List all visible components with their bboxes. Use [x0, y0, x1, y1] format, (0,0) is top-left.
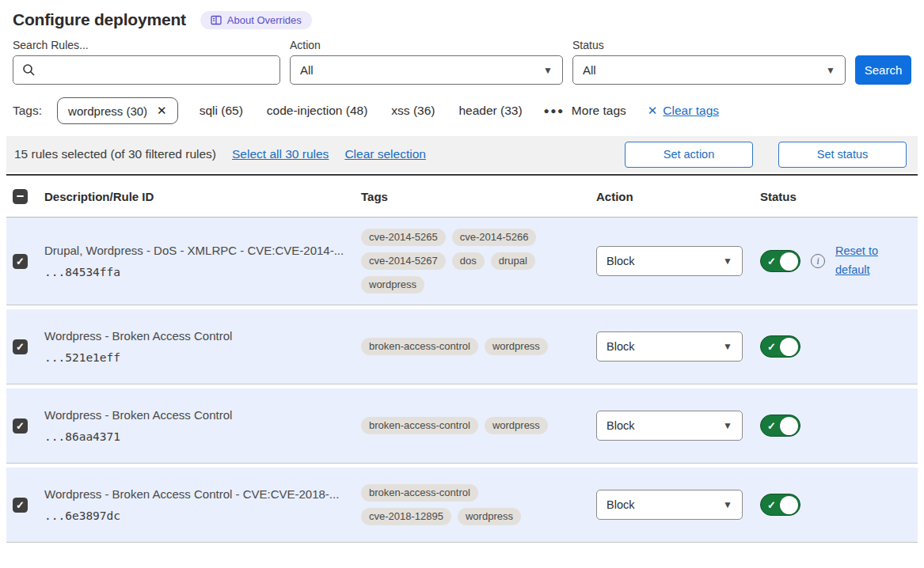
rule-tags: broken-access-controlwordpress: [361, 417, 561, 434]
check-icon: ✓: [16, 256, 25, 267]
clear-selection-link[interactable]: Clear selection: [344, 147, 426, 161]
filter-bar: Search Rules... Action All ▼ Status All …: [0, 32, 924, 85]
rule-description: Wordpress - Broken Access Control: [44, 329, 348, 343]
tags-bar: Tags: wordpress (30) ✕ sqli (65)code-inj…: [0, 85, 924, 134]
rule-description: Wordpress - Broken Access Control: [44, 408, 348, 422]
about-overrides-badge[interactable]: About Overrides: [200, 11, 312, 29]
tag-filter-list: sqli (65)code-injection (48)xss (36)head…: [200, 104, 523, 118]
toggle-check-icon: ✓: [767, 420, 776, 432]
more-tags-label: More tags: [572, 104, 626, 118]
action-select[interactable]: Block ▼: [596, 246, 743, 276]
status-toggle[interactable]: ✓: [760, 250, 800, 272]
book-icon: [211, 15, 222, 25]
tag-filter[interactable]: sqli (65): [200, 104, 243, 118]
rule-tag: broken-access-control: [361, 338, 478, 355]
action-value: Block: [606, 255, 634, 267]
rule-description: Wordpress - Broken Access Control - CVE:…: [44, 487, 348, 501]
remove-tag-icon[interactable]: ✕: [157, 104, 167, 118]
row-checkbox[interactable]: ✓: [13, 418, 28, 434]
search-rules-input[interactable]: [13, 56, 279, 84]
ellipsis-icon: ●●●: [544, 105, 565, 116]
status-filter-value: All: [583, 63, 596, 77]
rules-table: Description/Rule ID Tags Action Status ✓…: [6, 174, 918, 543]
search-field-wrap: [13, 55, 280, 85]
select-all-checkbox[interactable]: [13, 189, 28, 204]
status-toggle[interactable]: ✓: [760, 494, 800, 516]
action-select[interactable]: Block ▼: [596, 331, 743, 362]
chevron-down-icon: ▼: [723, 420, 732, 431]
tag-filter[interactable]: xss (36): [391, 104, 435, 118]
chevron-down-icon: ▼: [723, 256, 732, 267]
tags-label: Tags:: [13, 104, 42, 118]
rule-id: ...86aa4371: [44, 430, 348, 443]
toggle-check-icon: ✓: [767, 499, 776, 511]
rule-tag: dos: [452, 252, 485, 270]
tag-filter[interactable]: header (33): [458, 104, 522, 118]
toggle-check-icon: ✓: [767, 256, 776, 267]
search-button[interactable]: Search: [855, 55, 911, 85]
rule-tag: cve-2014-5266: [452, 229, 537, 246]
set-status-button[interactable]: Set status: [778, 142, 907, 168]
reset-to-default-link[interactable]: Reset to default: [835, 242, 888, 280]
action-select[interactable]: Block ▼: [596, 490, 743, 520]
selected-tag-label: wordpress (30): [68, 104, 147, 118]
toggle-knob: [780, 417, 798, 435]
col-description: Description/Rule ID: [44, 190, 361, 203]
action-select[interactable]: Block ▼: [596, 411, 743, 441]
rule-tag: drupal: [491, 252, 535, 270]
rule-tags: broken-access-controlcve-2018-12895wordp…: [361, 484, 561, 525]
toggle-knob: [780, 338, 798, 356]
rule-id: ...521e1eff: [44, 351, 348, 364]
rule-description: Drupal, Wordpress - DoS - XMLRPC - CVE:C…: [44, 244, 348, 257]
clear-tags-x-icon: ✕: [648, 104, 658, 118]
action-value: Block: [606, 419, 634, 432]
rule-id: ...84534ffa: [44, 266, 348, 278]
rule-tag: wordpress: [485, 338, 548, 355]
clear-tags-label[interactable]: Clear tags: [663, 104, 719, 118]
check-icon: ✓: [16, 342, 25, 352]
toggle-check-icon: ✓: [767, 341, 776, 353]
row-checkbox[interactable]: ✓: [13, 339, 28, 354]
col-status: Status: [760, 190, 918, 203]
row-checkbox[interactable]: ✓: [13, 254, 28, 269]
table-body: ✓ Drupal, Wordpress - DoS - XMLRPC - CVE…: [6, 218, 918, 543]
rule-tag: broken-access-control: [361, 417, 478, 434]
chevron-down-icon: ▼: [723, 499, 732, 510]
search-rules-label: Search Rules...: [13, 39, 280, 51]
action-value: Block: [606, 498, 634, 511]
table-row: ✓ Wordpress - Broken Access Control ...5…: [6, 309, 918, 384]
chevron-down-icon: ▼: [826, 65, 835, 76]
rule-tag: wordpress: [458, 508, 521, 525]
rule-tag: cve-2014-5265: [361, 229, 446, 246]
rule-tag: cve-2014-5267: [361, 252, 446, 270]
status-toggle[interactable]: ✓: [760, 415, 800, 437]
table-row: ✓ Drupal, Wordpress - DoS - XMLRPC - CVE…: [6, 218, 918, 305]
title-bar: Configure deployment About Overrides: [0, 0, 924, 32]
toggle-knob: [780, 496, 798, 514]
clear-tags-button[interactable]: ✕ Clear tags: [648, 104, 719, 118]
table-row: ✓ Wordpress - Broken Access Control - CV…: [6, 468, 918, 543]
action-filter-select[interactable]: All ▼: [290, 55, 563, 85]
check-icon: ✓: [16, 421, 25, 431]
search-icon: [22, 63, 36, 77]
chevron-down-icon: ▼: [723, 341, 732, 352]
action-filter-label: Action: [290, 39, 563, 51]
more-tags-button[interactable]: ●●● More tags: [544, 104, 626, 118]
status-filter-select[interactable]: All ▼: [572, 55, 846, 85]
table-row: ✓ Wordpress - Broken Access Control ...8…: [6, 388, 918, 464]
rule-tag: wordpress: [361, 276, 424, 293]
page-title: Configure deployment: [13, 10, 186, 29]
selected-tag-chip[interactable]: wordpress (30) ✕: [57, 97, 178, 124]
action-filter-value: All: [300, 63, 314, 77]
row-checkbox[interactable]: ✓: [13, 498, 28, 513]
rule-tag: cve-2018-12895: [361, 508, 451, 525]
rule-id: ...6e3897dc: [44, 509, 348, 522]
table-header-row: Description/Rule ID Tags Action Status: [6, 176, 918, 218]
tag-filter[interactable]: code-injection (48): [267, 104, 368, 118]
select-all-link[interactable]: Select all 30 rules: [232, 147, 329, 161]
info-icon[interactable]: i: [811, 254, 825, 268]
status-toggle[interactable]: ✓: [760, 335, 800, 358]
rule-tags: cve-2014-5265cve-2014-5266cve-2014-5267d…: [361, 229, 561, 293]
set-action-button[interactable]: Set action: [625, 142, 753, 168]
col-action: Action: [596, 190, 760, 203]
